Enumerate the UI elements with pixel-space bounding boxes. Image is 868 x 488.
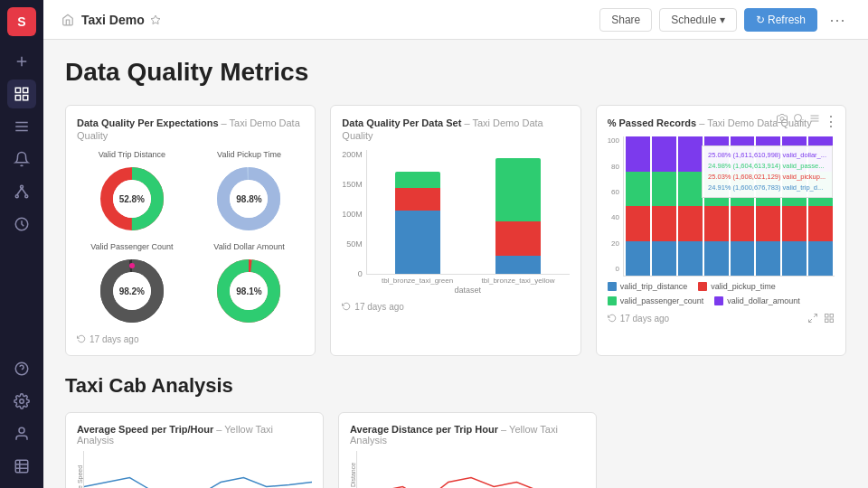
legend-color-trip — [608, 282, 617, 291]
svg-point-9 — [21, 185, 24, 188]
sidebar-item-help[interactable] — [7, 354, 36, 383]
y-label-100: 100 — [608, 136, 619, 145]
more-options-icon2[interactable]: ⋮ — [824, 113, 838, 130]
svg-point-17 — [20, 399, 24, 404]
camera-icon[interactable] — [777, 113, 788, 124]
sidebar-item-settings[interactable] — [7, 387, 36, 416]
more-options-icon[interactable]: ⋯ — [825, 7, 850, 33]
svg-marker-23 — [151, 15, 160, 24]
refresh-button[interactable]: ↻ Refresh — [744, 8, 817, 32]
donut-pct-trip: 52.8% — [119, 193, 145, 203]
card-quality-expectations: Data Quality Per Expectations – Taxi Dem… — [65, 105, 316, 356]
sidebar-item-list[interactable] — [7, 112, 36, 141]
app-title: Taxi Demo — [81, 13, 145, 27]
topbar-title: Taxi Demo — [81, 13, 161, 27]
star-icon[interactable] — [150, 14, 161, 25]
sidebar-item-add[interactable] — [7, 47, 36, 76]
bar-segment-blue1 — [395, 211, 440, 274]
donut-label-passenger: Valid Passenger Count — [90, 242, 173, 251]
card-passed-records: ⋮ % Passed Records – Taxi Demo Data Qual… — [596, 105, 846, 356]
svg-rect-46 — [830, 319, 834, 323]
svg-rect-2 — [15, 88, 20, 92]
svg-rect-45 — [825, 319, 828, 323]
tooltip-line4: 24.91% (1,600,676,783) valid_trip_d... — [708, 183, 826, 193]
empty-col — [611, 412, 846, 488]
share-button[interactable]: Share — [599, 8, 652, 32]
sidebar-item-clock[interactable] — [7, 210, 36, 239]
y-axis-label-distance: Average Distance — [350, 451, 356, 488]
sidebar-item-bell[interactable] — [7, 145, 36, 174]
y-label-150m: 150M — [342, 180, 363, 189]
svg-rect-5 — [24, 96, 28, 100]
refresh-icon3 — [608, 314, 617, 323]
x-label-yellow: tbl_bronze_taxi_yellow — [474, 277, 561, 285]
y-label-50m: 50M — [346, 239, 363, 249]
page-title: Data Quality Metrics — [65, 58, 846, 87]
speed-line-svg — [84, 451, 312, 488]
expand-icon[interactable] — [807, 313, 818, 324]
line-chart2-title: Average Distance per Trip Hour – Yellow … — [350, 424, 585, 446]
zoom-icon[interactable] — [793, 113, 804, 124]
donut-label-trip: Valid Trip Distance — [99, 150, 165, 159]
x-label-green: tbl_bronze_taxi_green — [373, 277, 461, 285]
svg-point-38 — [794, 115, 801, 122]
donut-chart-dollar: 98.1% — [212, 255, 285, 327]
legend-trip-distance: valid_trip_distance — [608, 282, 688, 291]
sidebar: S — [0, 0, 43, 488]
svg-rect-3 — [24, 88, 28, 92]
y-label-200m: 200M — [342, 150, 363, 159]
donut-label-dollar: Valid Dollar Amount — [213, 242, 284, 251]
metrics-row: Data Quality Per Expectations – Taxi Dem… — [65, 105, 846, 356]
card1-footer: 17 days ago — [77, 334, 304, 344]
svg-line-13 — [22, 188, 26, 195]
donut-chart-trip: 52.8% — [96, 163, 168, 235]
svg-rect-19 — [15, 460, 28, 473]
card2-title: Data Quality Per Data Set – Taxi Demo Da… — [342, 117, 569, 143]
schedule-button[interactable]: Schedule ▾ — [659, 8, 736, 32]
legend-color-dollar — [714, 296, 723, 305]
donut-chart-passenger: 98.2% — [96, 255, 168, 327]
y-label-80: 80 — [611, 163, 619, 171]
topbar: Taxi Demo Share Schedule ▾ ↻ Refresh ⋯ — [43, 0, 868, 40]
card1-title: Data Quality Per Expectations – Taxi Dem… — [77, 117, 304, 143]
sidebar-item-table[interactable] — [7, 452, 36, 481]
sidebar-bottom — [7, 354, 36, 481]
bar-segment-red1 — [395, 188, 440, 211]
sidebar-item-network[interactable] — [7, 177, 36, 206]
svg-line-12 — [17, 188, 22, 195]
svg-rect-43 — [825, 314, 828, 318]
bar-segment-red2 — [495, 221, 541, 256]
svg-rect-44 — [830, 314, 834, 318]
sidebar-item-grid[interactable] — [7, 80, 36, 108]
line-charts-row: Average Speed per Trip/Hour – Yellow Tax… — [65, 412, 846, 488]
donut-grid: Valid Trip Distance 52.8% Valid P — [77, 150, 304, 327]
bar-id1 — [626, 136, 650, 276]
sidebar-item-user[interactable] — [7, 419, 36, 448]
legend-pickup-time: valid_pickup_time — [698, 282, 776, 291]
y-label-20: 20 — [611, 239, 619, 248]
page-content: Data Quality Metrics Data Quality Per Ex… — [43, 40, 868, 488]
bar-segment-green1 — [395, 172, 440, 188]
x-axis-label: dataset — [366, 286, 570, 295]
bar-id2 — [652, 136, 676, 276]
svg-point-11 — [25, 195, 28, 198]
grid-icon2[interactable] — [824, 313, 835, 324]
bar-group-yellow — [475, 158, 562, 274]
legend-color-passenger — [608, 296, 617, 305]
donut-trip-distance: Valid Trip Distance 52.8% — [77, 150, 187, 235]
donut-pct-dollar: 98.1% — [236, 286, 261, 296]
donut-chart-pickup: 98.8% — [212, 163, 285, 235]
menu-icon[interactable] — [809, 113, 820, 124]
chart-actions — [777, 113, 820, 124]
svg-point-37 — [780, 117, 784, 121]
home-icon — [61, 14, 74, 26]
bar-group-green — [374, 172, 462, 274]
svg-line-39 — [800, 120, 802, 122]
y-label-100m: 100M — [342, 210, 363, 219]
donut-pct-passenger: 98.2% — [119, 286, 145, 296]
legend-dollar-amount: valid_dollar_amount — [714, 296, 800, 305]
y-label-0b: 0 — [616, 265, 619, 273]
card-quality-dataset: Data Quality Per Data Set – Taxi Demo Da… — [330, 105, 580, 356]
distance-line-svg — [357, 451, 585, 488]
svg-point-18 — [19, 427, 24, 433]
